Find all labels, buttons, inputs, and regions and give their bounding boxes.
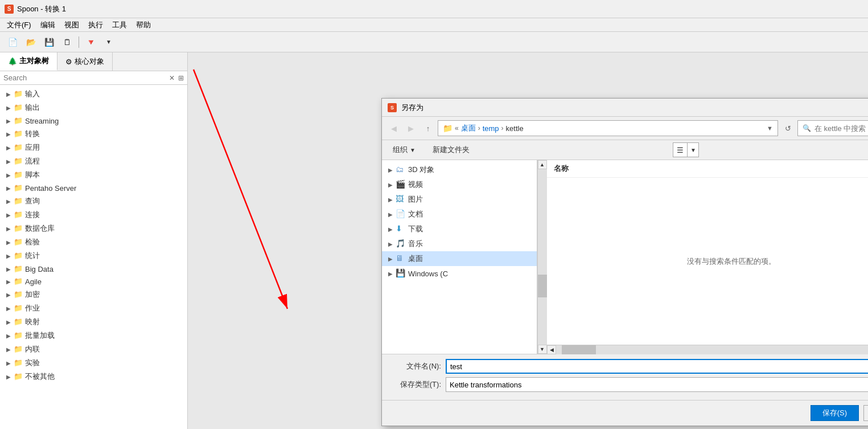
folder-item-video[interactable]: ▶ 🎬 视频	[382, 177, 537, 192]
folder-item-3d[interactable]: ▶ 🗂 3D 对象	[382, 162, 537, 177]
toolbar-new-btn[interactable]: 📄	[5, 34, 20, 50]
filetype-select[interactable]: Kettle transformations ▼	[446, 377, 868, 392]
folder-item-download[interactable]: ▶ ⬇ 下载	[382, 222, 537, 236]
tree-item-flow[interactable]: ▶ 📁 流程	[0, 154, 187, 168]
nav-up-btn[interactable]: ↑	[421, 121, 435, 136]
tree-item-bulkload[interactable]: ▶ 📁 批量加载	[0, 329, 187, 342]
tree-label-flow: 流程	[25, 156, 40, 166]
folder-icon-picture: 🖼	[396, 194, 406, 205]
folder-icon-3d: 🗂	[396, 165, 406, 175]
tree-item-inline[interactable]: ▶ 📁 内联	[0, 342, 187, 356]
tree-item-encrypt[interactable]: ▶ 📁 加密	[0, 288, 187, 301]
folder-icon-bulkload: 📁	[14, 331, 23, 340]
menu-bar: 文件(F) 编辑 视图 执行 工具 帮助	[0, 18, 868, 32]
breadcrumb-temp[interactable]: temp	[483, 124, 499, 133]
folder-icon-stats: 📁	[14, 251, 23, 260]
sidebar-tabs: 🌲 主对象树 ⚙ 核心对象	[0, 52, 187, 71]
menu-run[interactable]: 执行	[84, 19, 108, 31]
tree-item-experiment[interactable]: ▶ 📁 实验	[0, 356, 187, 370]
nav-back-btn[interactable]: ◀	[386, 121, 401, 136]
toolbar-layers-btn[interactable]: 🔻	[83, 34, 98, 50]
menu-view[interactable]: 视图	[60, 19, 84, 31]
filename-input[interactable]	[446, 359, 868, 374]
tree-item-job[interactable]: ▶ 📁 作业	[0, 301, 187, 315]
nav-refresh-btn[interactable]: ↺	[780, 121, 795, 136]
scroll-down-arrow[interactable]: ▼	[538, 345, 547, 354]
tree-item-script[interactable]: ▶ 📁 脚本	[0, 168, 187, 182]
tab-core-objects[interactable]: ⚙ 核心对象	[57, 52, 113, 71]
toolbar-dropdown-btn[interactable]: ▼	[101, 34, 117, 50]
folder-label-download: 下载	[408, 224, 423, 234]
tree-arrow-inline: ▶	[5, 345, 13, 353]
dialog-title-bar: S 另存为 ✕	[382, 99, 868, 117]
filter-icon[interactable]: ⊞	[178, 74, 184, 82]
nav-search-input[interactable]	[814, 124, 868, 133]
scroll-up-arrow[interactable]: ▲	[538, 160, 547, 169]
folder-arrow-doc: ▶	[386, 210, 394, 218]
view-dropdown-btn[interactable]: ▼	[688, 142, 699, 157]
view-btn[interactable]: ☰	[673, 142, 688, 157]
folder-item-desktop[interactable]: ▶ 🖥 桌面	[382, 251, 537, 266]
nav-search-box: 🔍	[797, 120, 868, 136]
menu-edit[interactable]: 编辑	[36, 19, 60, 31]
scrollbar-track[interactable]	[538, 169, 547, 345]
new-folder-btn[interactable]: 新建文件夹	[426, 142, 476, 157]
menu-help[interactable]: 帮助	[131, 19, 155, 31]
folder-arrow-video: ▶	[386, 181, 394, 189]
tree-item-app[interactable]: ▶ 📁 应用	[0, 141, 187, 154]
tree-item-query[interactable]: ▶ 📁 查询	[0, 194, 187, 208]
toolbar-open-btn[interactable]: 📂	[23, 34, 39, 50]
horizontal-scroll-area: ◀ ▶	[547, 345, 868, 354]
clear-search-icon[interactable]: ✕	[169, 74, 175, 82]
tree-list: ▶ 📁 输入 ▶ 📁 输出 ▶ 📁 Streaming ▶ 📁	[0, 85, 187, 429]
h-scroll-track[interactable]	[556, 345, 868, 354]
toolbar-save-btn[interactable]: 💾	[41, 34, 57, 50]
tree-item-pentaho[interactable]: ▶ 📁 Pentaho Server	[0, 182, 187, 194]
organize-btn[interactable]: 组织 ▼	[386, 142, 422, 157]
tree-item-output[interactable]: ▶ 📁 输出	[0, 101, 187, 115]
dialog-icon: S	[388, 103, 397, 112]
tree-item-mapping[interactable]: ▶ 📁 映射	[0, 315, 187, 329]
search-input[interactable]	[3, 73, 167, 82]
folder-item-music[interactable]: ▶ 🎵 音乐	[382, 236, 537, 251]
tree-item-dw[interactable]: ▶ 📁 数据仓库	[0, 222, 187, 235]
tree-arrow-mapping: ▶	[5, 318, 13, 326]
tab-main-tree[interactable]: 🌲 主对象树	[0, 52, 57, 71]
tree-item-agile[interactable]: ▶ 📁 Agile	[0, 275, 187, 288]
toolbar-saveas-btn[interactable]: 🗒	[59, 34, 75, 50]
tree-item-stats[interactable]: ▶ 📁 统计	[0, 249, 187, 263]
folder-item-picture[interactable]: ▶ 🖼 图片	[382, 192, 537, 207]
cancel-btn[interactable]: 取消	[863, 405, 868, 421]
folder-arrow-desktop: ▶	[386, 255, 394, 263]
tree-item-streaming[interactable]: ▶ 📁 Streaming	[0, 115, 187, 127]
tree-item-transform[interactable]: ▶ 📁 转换	[0, 127, 187, 141]
tree-arrow-input: ▶	[5, 90, 13, 98]
content-panel: 名称 ▲ 没有与搜索条件匹配的项。 ◀	[547, 160, 868, 354]
tree-arrow-agile: ▶	[5, 277, 13, 285]
h-scroll-left-arrow[interactable]: ◀	[547, 345, 556, 354]
save-btn[interactable]: 保存(S)	[811, 405, 859, 421]
nav-forward-btn[interactable]: ▶	[404, 121, 418, 136]
tree-label-input: 输入	[25, 89, 40, 99]
folder-item-windows[interactable]: ▶ 💾 Windows (C	[382, 266, 537, 281]
tree-label-other: 不被其他	[25, 371, 55, 382]
tree-item-validate[interactable]: ▶ 📁 检验	[0, 235, 187, 249]
tree-label-agile: Agile	[25, 277, 42, 286]
tree-item-input[interactable]: ▶ 📁 输入	[0, 87, 187, 101]
tree-item-other[interactable]: ▶ 📁 不被其他	[0, 370, 187, 383]
tree-item-bigdata[interactable]: ▶ 📁 Big Data	[0, 263, 187, 275]
tree-item-connect[interactable]: ▶ 📁 连接	[0, 208, 187, 222]
main-content: 🌲 主对象树 ⚙ 核心对象 ✕ ⊞ ▶ 📁 输入	[0, 52, 868, 429]
folder-item-doc[interactable]: ▶ 📄 文档	[382, 207, 537, 222]
folder-icon-mapping: 📁	[14, 317, 23, 326]
tree-arrow-script: ▶	[5, 171, 13, 179]
breadcrumb-desktop[interactable]: 桌面	[461, 123, 476, 133]
menu-tools[interactable]: 工具	[108, 19, 131, 31]
tree-label-query: 查询	[25, 196, 40, 206]
filetype-value: Kettle transformations	[450, 381, 521, 389]
app-window: S Spoon - 转换 1 文件(F) 编辑 视图 执行 工具 帮助 📄 📂 …	[0, 0, 868, 429]
menu-file[interactable]: 文件(F)	[2, 19, 36, 31]
organize-label: 组织	[393, 145, 408, 155]
breadcrumb-dropdown-icon[interactable]: ▼	[767, 125, 773, 132]
folder-label-music: 音乐	[408, 239, 423, 249]
